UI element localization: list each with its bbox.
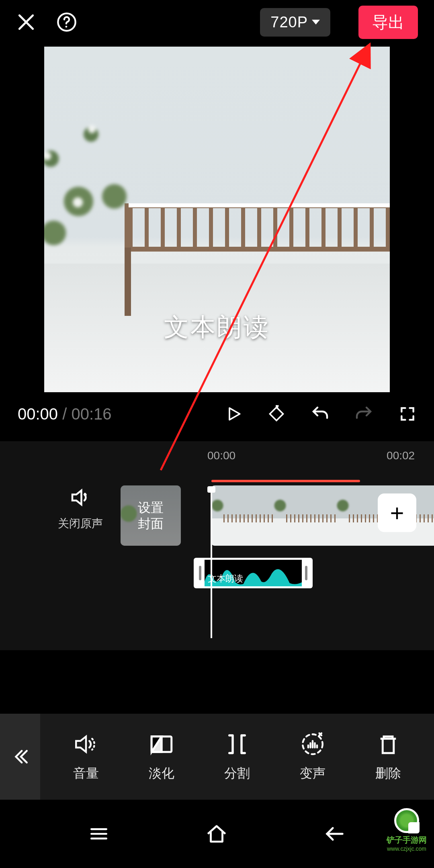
- set-cover-button[interactable]: 设置 封面: [121, 485, 181, 546]
- tool-fade[interactable]: 淡化: [148, 731, 175, 782]
- tool-label: 变声: [300, 765, 326, 782]
- svg-point-1: [66, 26, 68, 28]
- clip-thumbnail: [274, 485, 337, 546]
- top-bar: 720P 导出: [0, 0, 434, 44]
- tool-label: 音量: [73, 765, 99, 782]
- selection-indicator: [211, 480, 360, 482]
- set-cover-label: 设置 封面: [121, 485, 181, 546]
- audio-clip-label: 文本朗读: [208, 573, 243, 585]
- watermark: 铲子手游网 www.czjxjc.com: [383, 808, 431, 852]
- watermark-name: 铲子手游网: [383, 835, 431, 845]
- collapse-toolbar-button[interactable]: [0, 714, 40, 800]
- mute-original-label: 关闭原声: [56, 516, 104, 531]
- add-clip-button[interactable]: +: [378, 493, 416, 532]
- redo-icon: [354, 404, 374, 424]
- fullscreen-icon[interactable]: [399, 405, 416, 423]
- mute-original-button[interactable]: 关闭原声: [56, 485, 104, 531]
- export-button[interactable]: 导出: [358, 6, 418, 39]
- tool-volume[interactable]: 音量: [73, 731, 99, 782]
- caret-down-icon: [312, 20, 320, 25]
- timecode: 00:00 / 00:16: [18, 405, 112, 423]
- duration: 00:16: [71, 405, 111, 423]
- timeline[interactable]: 00:00 00:02 关闭原声 设置 封面 +: [0, 441, 434, 650]
- nav-home-icon[interactable]: [205, 822, 228, 845]
- watermark-url: www.czjxjc.com: [383, 845, 431, 852]
- caption-overlay: 文本朗读: [164, 310, 270, 344]
- time-ruler: 00:00 00:02: [0, 448, 434, 463]
- undo-icon[interactable]: [310, 404, 330, 424]
- nav-menu-icon[interactable]: [88, 823, 110, 845]
- watermark-icon: [394, 808, 419, 833]
- tool-delete[interactable]: 删除: [375, 731, 401, 782]
- video-preview[interactable]: 文本朗读: [44, 47, 390, 392]
- tool-label: 删除: [375, 765, 401, 782]
- ruler-mark: 00:02: [387, 449, 415, 462]
- video-track-row: 关闭原声 设置 封面 + 文本朗读: [0, 485, 434, 546]
- keyframe-icon[interactable]: [268, 405, 285, 423]
- system-nav-bar: [0, 800, 434, 868]
- plus-icon: +: [390, 499, 404, 527]
- edit-toolbar: 音量 淡化 分割 变声 删除: [0, 714, 434, 800]
- play-icon[interactable]: [225, 405, 243, 423]
- tool-label: 淡化: [149, 765, 174, 782]
- preview-area: 文本朗读: [0, 47, 434, 392]
- help-icon[interactable]: [56, 12, 77, 33]
- clip-handle-left[interactable]: [196, 560, 205, 586]
- preview-illustration: [44, 90, 169, 293]
- tool-label: 分割: [224, 765, 250, 782]
- clip-handle-right[interactable]: [302, 560, 311, 586]
- resolution-selector[interactable]: 720P: [260, 8, 330, 37]
- export-label: 导出: [372, 13, 404, 31]
- audio-waveform: 文本朗读: [205, 560, 302, 586]
- tool-split[interactable]: 分割: [224, 731, 250, 782]
- current-time: 00:00: [18, 405, 58, 423]
- playback-controls: 00:00 / 00:16: [0, 392, 434, 441]
- clip-thumbnail: [211, 485, 274, 546]
- ruler-mark: 00:00: [207, 449, 235, 462]
- resolution-label: 720P: [270, 14, 308, 31]
- nav-back-icon[interactable]: [323, 822, 346, 845]
- close-icon[interactable]: [16, 12, 36, 32]
- tool-voicechange[interactable]: 变声: [299, 731, 326, 782]
- playhead[interactable]: [211, 489, 212, 638]
